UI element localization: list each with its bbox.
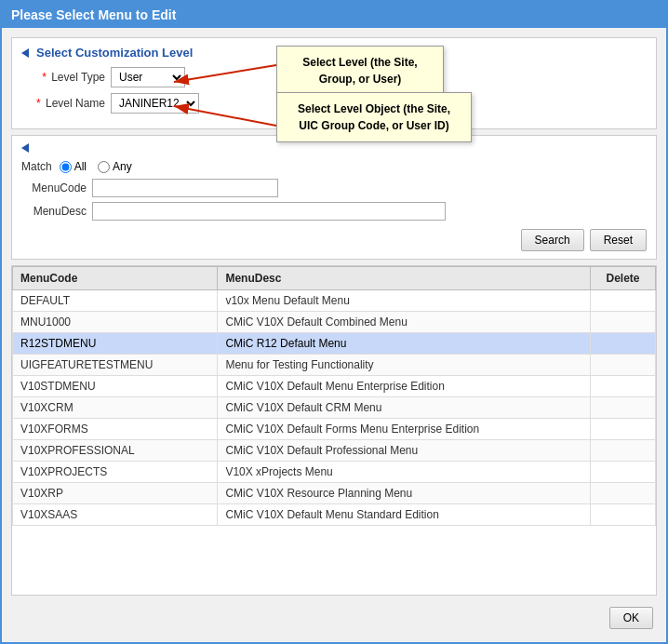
level-type-label: * Level Type	[21, 71, 105, 84]
cell-delete	[591, 462, 656, 483]
col-header-menucode: MenuCode	[13, 267, 218, 290]
main-window: Please Select Menu to Edit Select Custom…	[0, 0, 668, 644]
table-header: MenuCode MenuDesc Delete	[13, 267, 656, 290]
menu-code-input[interactable]	[92, 179, 278, 197]
callout-level-type: Select Level (the Site,Group, or User)	[276, 46, 444, 96]
table-row[interactable]: V10XSAASCMiC V10X Default Menu Standard …	[13, 504, 656, 526]
cell-delete	[591, 440, 656, 462]
cell-menucode: V10XPROFESSIONAL	[13, 440, 218, 462]
match-all-option[interactable]: All	[60, 160, 87, 173]
menu-desc-row: MenuDesc	[21, 202, 647, 221]
window-title: Please Select Menu to Edit	[11, 7, 176, 22]
cell-menucode: V10XPROJECTS	[13, 462, 218, 483]
cell-menudesc: V10X xProjects Menu	[218, 462, 591, 483]
menu-desc-label: MenuDesc	[21, 205, 87, 218]
search-button-row: Search Reset	[21, 225, 647, 251]
title-bar: Please Select Menu to Edit	[2, 2, 666, 28]
cell-delete	[591, 504, 656, 526]
results-container: MenuCode MenuDesc Delete DEFAULTv10x Men…	[11, 265, 657, 596]
cell-menucode: V10XFORMS	[13, 419, 218, 440]
cell-menucode: V10XSAAS	[13, 504, 218, 526]
cell-menudesc: CMiC R12 Default Menu	[218, 333, 591, 355]
cell-delete	[591, 483, 656, 504]
table-row[interactable]: R12STDMENUCMiC R12 Default Menu	[13, 333, 656, 355]
cell-menudesc: CMiC V10X Resource Planning Menu	[218, 483, 591, 504]
cell-menucode: V10XRP	[13, 483, 218, 504]
cell-menudesc: CMiC V10X Default Combined Menu	[218, 312, 591, 333]
required-star-2: *	[36, 97, 41, 110]
match-all-label: All	[74, 160, 87, 173]
customization-level-section: Select Customization Level * Level Type …	[11, 37, 657, 129]
level-name-label: * Level Name	[21, 97, 105, 110]
match-any-option[interactable]: Any	[98, 160, 132, 173]
cell-delete	[591, 290, 656, 312]
level-type-select[interactable]: User Site Group	[111, 67, 185, 87]
table-body: DEFAULTv10x Menu Default MenuMNU1000CMiC…	[13, 290, 656, 526]
table-scroll-wrapper[interactable]: MenuCode MenuDesc Delete DEFAULTv10x Men…	[12, 266, 656, 595]
cell-menudesc: CMiC V10X Default Menu Standard Edition	[218, 504, 591, 526]
table-row[interactable]: V10XPROFESSIONALCMiC V10X Default Profes…	[13, 440, 656, 462]
cell-menudesc: CMiC V10X Default Menu Enterprise Editio…	[218, 376, 591, 397]
results-table: MenuCode MenuDesc Delete DEFAULTv10x Men…	[12, 266, 656, 526]
content-area: Select Customization Level * Level Type …	[2, 28, 666, 642]
panel-title: Select Customization Level	[36, 46, 193, 60]
cell-delete	[591, 355, 656, 376]
cell-menudesc: Menu for Testing Functionality	[218, 355, 591, 376]
table-row[interactable]: V10XCRMCMiC V10X Default CRM Menu	[13, 397, 656, 419]
table-row[interactable]: UIGFEATURETESTMENUMenu for Testing Funct…	[13, 355, 656, 376]
required-star-1: *	[42, 71, 47, 84]
level-name-select[interactable]: JANINER12	[111, 93, 199, 114]
cell-menucode: V10XCRM	[13, 397, 218, 419]
col-header-delete: Delete	[591, 267, 656, 290]
cell-menudesc: CMiC V10X Default Forms Menu Enterprise …	[218, 419, 591, 440]
menu-code-row: MenuCode	[21, 179, 647, 197]
reset-button[interactable]: Reset	[590, 229, 647, 251]
callout-level-object: Select Level Object (the Site,UIC Group …	[276, 92, 472, 142]
cell-menucode: MNU1000	[13, 312, 218, 333]
search-collapse-icon[interactable]	[21, 143, 29, 153]
search-panel-header	[21, 143, 647, 153]
table-row[interactable]: V10XPROJECTSV10X xProjects Menu	[13, 462, 656, 483]
table-header-row: MenuCode MenuDesc Delete	[13, 267, 656, 290]
match-label: Match	[21, 160, 52, 173]
cell-delete	[591, 397, 656, 419]
cell-menucode: R12STDMENU	[13, 333, 218, 355]
cell-delete	[591, 312, 656, 333]
match-any-label: Any	[113, 160, 132, 173]
table-row[interactable]: V10STDMENUCMiC V10X Default Menu Enterpr…	[13, 376, 656, 397]
col-header-menudesc: MenuDesc	[218, 267, 591, 290]
cell-menudesc: v10x Menu Default Menu	[218, 290, 591, 312]
table-row[interactable]: DEFAULTv10x Menu Default Menu	[13, 290, 656, 312]
bottom-bar: OK	[11, 601, 657, 633]
cell-menucode: DEFAULT	[13, 290, 218, 312]
cell-menudesc: CMiC V10X Default Professional Menu	[218, 440, 591, 462]
match-all-radio[interactable]	[60, 161, 72, 173]
table-row[interactable]: V10XFORMSCMiC V10X Default Forms Menu En…	[13, 419, 656, 440]
collapse-icon[interactable]	[21, 48, 29, 58]
cell-delete	[591, 419, 656, 440]
cell-menucode: UIGFEATURETESTMENU	[13, 355, 218, 376]
menu-code-label: MenuCode	[21, 181, 87, 195]
match-radio-group: All Any	[60, 160, 132, 173]
table-row[interactable]: V10XRPCMiC V10X Resource Planning Menu	[13, 483, 656, 504]
cell-delete	[591, 376, 656, 397]
ok-button[interactable]: OK	[609, 607, 653, 629]
table-row[interactable]: MNU1000CMiC V10X Default Combined Menu	[13, 312, 656, 333]
match-any-radio[interactable]	[98, 161, 110, 173]
cell-menucode: V10STDMENU	[13, 376, 218, 397]
match-row: Match All Any	[21, 160, 647, 173]
cell-delete	[591, 333, 656, 355]
search-button[interactable]: Search	[521, 229, 584, 251]
search-panel: Match All Any MenuCode MenuDesc	[11, 135, 657, 260]
cell-menudesc: CMiC V10X Default CRM Menu	[218, 397, 591, 419]
menu-desc-input[interactable]	[92, 202, 446, 221]
